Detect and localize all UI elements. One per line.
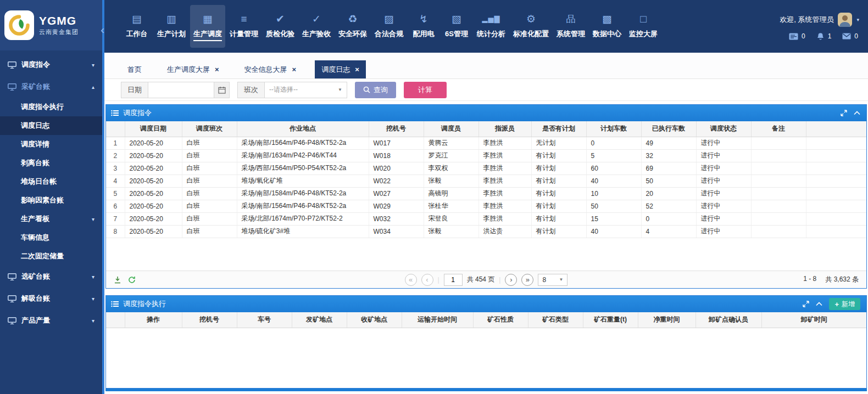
sidebar-subitem[interactable]: 二次固定储量: [0, 247, 102, 266]
top-nav-item[interactable]: ▦生产调度: [190, 5, 225, 48]
column-header[interactable]: 发矿地点: [292, 312, 347, 328]
sidebar-subitem[interactable]: 调度详情: [0, 135, 102, 154]
column-header[interactable]: 卸矿点确认员: [695, 312, 761, 328]
sidebar-subitem[interactable]: 堆场日台帐: [0, 172, 102, 191]
top-nav-item[interactable]: ≡计量管理: [226, 5, 261, 48]
top-nav-item[interactable]: ▧6S管理: [441, 5, 472, 48]
column-header[interactable]: 调度班次: [182, 121, 237, 137]
calc-button[interactable]: 计算: [404, 82, 447, 98]
tab-close-icon[interactable]: ×: [292, 66, 297, 73]
page-input[interactable]: [444, 274, 463, 286]
top-nav-item[interactable]: ▩数据中心: [589, 5, 625, 48]
table-row[interactable]: 82020-05-20白班堆场/硫化矿3#堆W034张毅洪达贵有计划404进行中: [106, 225, 866, 238]
top-nav-item[interactable]: ✔质检化验: [263, 5, 298, 48]
column-header[interactable]: 计划车数: [586, 121, 641, 137]
date-input[interactable]: [148, 82, 214, 98]
shift-select[interactable]: --请选择-- ▼: [265, 82, 347, 98]
column-header[interactable]: 卸矿时间: [761, 312, 866, 328]
table-cell: 进行中: [696, 225, 751, 238]
sidebar-item[interactable]: 选矿台账▾: [0, 266, 102, 288]
column-header[interactable]: 是否有计划: [531, 121, 586, 137]
sidebar-item[interactable]: 解吸台账▾: [0, 288, 102, 309]
column-header[interactable]: 已执行车数: [641, 121, 696, 137]
first-page-button[interactable]: «: [405, 274, 417, 286]
fullscreen-icon[interactable]: [841, 110, 847, 116]
notification-badge[interactable]: 1: [816, 32, 832, 41]
table-row[interactable]: 72020-05-20白班采场/北部/1674m/P70-P72/KT52-2W…: [106, 212, 866, 225]
sidebar-subitem[interactable]: 生产看板▾: [0, 210, 102, 228]
chevron-down-icon: ▾: [856, 17, 859, 22]
sidebar-subitem[interactable]: 影响因素台账: [0, 191, 102, 210]
top-nav-item[interactable]: □监控大屏: [626, 5, 661, 48]
prev-page-button[interactable]: ‹: [421, 274, 433, 286]
user-menu[interactable]: 欢迎, 系统管理员 ▾: [780, 13, 859, 27]
tab[interactable]: 首页: [121, 60, 148, 78]
column-header[interactable]: 运输开始时间: [402, 312, 473, 328]
table-row[interactable]: 12020-05-20白班采场/南部/1564m/P46-P48/KT52-2a…: [106, 137, 866, 149]
fullscreen-icon[interactable]: [803, 301, 809, 307]
sidebar-subitem[interactable]: 调度指令执行: [0, 98, 102, 116]
sidebar-subitem[interactable]: 剥离台账: [0, 154, 102, 172]
table-row[interactable]: 62020-05-20白班采场/南部/1564m/P46-P48/KT52-2a…: [106, 200, 866, 212]
tab[interactable]: 生产调度大屏×: [160, 60, 226, 78]
top-nav-item[interactable]: ♻安全环保: [335, 5, 370, 48]
notification-badge[interactable]: 0: [789, 32, 805, 40]
tab[interactable]: 安全信息大屏×: [238, 60, 303, 78]
tab-close-icon[interactable]: ×: [355, 66, 359, 73]
download-icon[interactable]: [114, 276, 121, 284]
column-header[interactable]: 调度日期: [125, 121, 182, 137]
top-nav-item[interactable]: ▂▅▇统计分析: [474, 5, 509, 48]
column-header[interactable]: 操作: [125, 312, 182, 328]
page-size-select[interactable]: 8 ▼: [538, 274, 567, 286]
table-row[interactable]: 42020-05-20白班堆场/氧化矿堆W022张毅李胜洪有计划4050进行中: [106, 175, 866, 187]
add-button[interactable]: + 新增: [829, 298, 860, 310]
row-number-cell: 1: [106, 137, 125, 149]
column-header[interactable]: 指派员: [478, 121, 531, 137]
column-header[interactable]: 备注: [751, 121, 806, 137]
top-nav-item[interactable]: 品系统管理: [553, 5, 588, 48]
column-header[interactable]: 挖机号: [369, 121, 424, 137]
sidebar-item[interactable]: 采矿台账▴: [0, 76, 102, 98]
top-nav-item[interactable]: ✓生产验收: [299, 5, 334, 48]
last-page-button[interactable]: »: [521, 274, 533, 286]
next-page-button[interactable]: ›: [505, 274, 517, 286]
avatar[interactable]: [838, 13, 852, 27]
sidebar-collapse-icon[interactable]: ‹: [101, 24, 104, 35]
column-header[interactable]: 车号: [237, 312, 292, 328]
top-nav-item[interactable]: ↯配用电: [408, 5, 439, 48]
top-nav-item[interactable]: ⚙标准化配置: [510, 5, 552, 48]
search-button[interactable]: 查询: [355, 82, 396, 98]
column-header[interactable]: 净重时间: [638, 312, 695, 328]
notification-badge[interactable]: 0: [842, 32, 858, 40]
collapse-panel-icon[interactable]: [854, 111, 860, 115]
table-cell: W020: [369, 162, 424, 175]
column-header[interactable]: 矿石重量(t): [583, 312, 638, 328]
sidebar-subitem[interactable]: 调度日志: [0, 116, 102, 135]
calendar-icon[interactable]: [214, 82, 230, 98]
column-header[interactable]: 挖机号: [182, 312, 237, 328]
top-nav-item[interactable]: ▤工作台: [121, 5, 153, 48]
standard-config-icon: ⚙: [526, 13, 536, 25]
column-header[interactable]: 调度状态: [696, 121, 751, 137]
top-nav-item[interactable]: ▨合法合规: [371, 5, 407, 48]
top-nav-item[interactable]: ▥生产计划: [154, 5, 189, 48]
table-row[interactable]: 22020-05-20白班采场/南部/1634m/P42-P46/KT44W01…: [106, 149, 866, 162]
table-row[interactable]: 52020-05-20白班采场/南部/1584m/P46-P48/KT52-2a…: [106, 187, 866, 200]
calc-button-label: 计算: [418, 85, 432, 95]
column-header[interactable]: 调度员: [424, 121, 478, 137]
refresh-icon[interactable]: [128, 276, 136, 284]
column-header[interactable]: 收矿地点: [347, 312, 402, 328]
top-nav-label: 标准化配置: [513, 29, 549, 40]
tab-close-icon[interactable]: ×: [215, 66, 219, 73]
sidebar-item[interactable]: 调度指令▾: [0, 54, 102, 76]
table-row[interactable]: 32020-05-20白班采场/西部/1564m/P50-P54/KT52-2a…: [106, 162, 866, 175]
table-cell: 4: [641, 225, 696, 238]
table-cell: 李胜洪: [478, 149, 531, 162]
column-header[interactable]: 作业地点: [237, 121, 369, 137]
sidebar-item[interactable]: 产品产量▾: [0, 309, 102, 331]
tab[interactable]: 调度日志×: [315, 60, 366, 78]
column-header[interactable]: 矿石类型: [528, 312, 583, 328]
sidebar-subitem[interactable]: 车辆信息: [0, 228, 102, 247]
collapse-panel-icon[interactable]: [816, 302, 822, 306]
column-header[interactable]: 矿石性质: [473, 312, 528, 328]
